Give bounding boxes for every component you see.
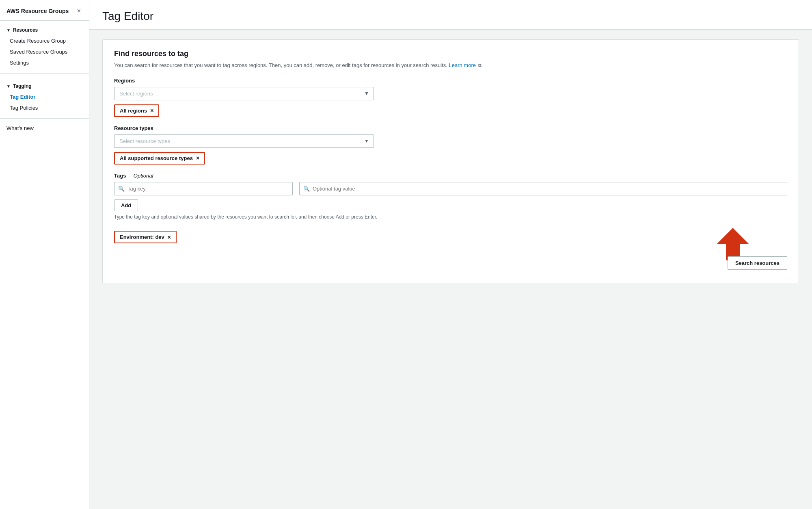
- environment-dev-chip-close[interactable]: ×: [168, 234, 171, 240]
- tagging-chevron: ▼: [6, 84, 11, 89]
- external-link-icon: ⧉: [478, 63, 482, 68]
- add-tag-button[interactable]: Add: [114, 199, 138, 211]
- page-title: Tag Editor: [102, 10, 799, 23]
- all-resource-types-chip-close[interactable]: ×: [196, 155, 199, 161]
- search-resources-button[interactable]: Search resources: [728, 256, 787, 270]
- sidebar-item-tag-policies[interactable]: Tag Policies: [0, 102, 89, 113]
- sidebar-item-settings[interactable]: Settings: [0, 57, 89, 68]
- main-content: Tag Editor Find resources to tag You can…: [89, 0, 812, 509]
- content-area: Find resources to tag You can search for…: [89, 30, 812, 293]
- find-resources-card: Find resources to tag You can search for…: [102, 39, 799, 283]
- sidebar-divider-1: [0, 73, 89, 74]
- page-header: Tag Editor: [89, 0, 812, 30]
- tag-value-input[interactable]: [299, 182, 787, 195]
- resource-types-select-wrapper: Select resource types ▼: [114, 134, 374, 148]
- learn-more-link[interactable]: Learn more: [449, 62, 476, 68]
- sidebar-close-button[interactable]: ×: [76, 6, 82, 15]
- all-regions-chip-close[interactable]: ×: [150, 108, 153, 113]
- sidebar-title: AWS Resource Groups: [6, 8, 69, 14]
- regions-label: Regions: [114, 78, 787, 84]
- all-resource-types-chip: All supported resource types ×: [114, 152, 205, 165]
- sidebar-item-whats-new[interactable]: What's new: [0, 122, 89, 134]
- regions-section: Regions Select regions ▼ All regions ×: [114, 78, 787, 117]
- tag-inputs-row: 🔍 🔍: [114, 182, 787, 195]
- add-help-text: Type the tag key and optional values sha…: [114, 214, 787, 221]
- all-regions-chip: All regions ×: [114, 104, 159, 117]
- sidebar-section-resources-title: ▼ Resources: [0, 26, 89, 35]
- sidebar-section-resources: ▼ Resources Create Resource Group Saved …: [0, 21, 89, 70]
- red-arrow-annotation: [717, 228, 749, 260]
- tags-label: Tags – Optional: [114, 173, 787, 179]
- sidebar-section-tagging-title: ▼ Tagging: [0, 82, 89, 91]
- sidebar: AWS Resource Groups × ▼ Resources Create…: [0, 0, 89, 509]
- environment-dev-chip: Environment: dev ×: [114, 231, 177, 243]
- svg-marker-0: [717, 228, 749, 260]
- resource-types-section: Resource types Select resource types ▼ A…: [114, 125, 787, 165]
- resource-types-select[interactable]: Select resource types: [114, 134, 374, 148]
- sidebar-divider-2: [0, 118, 89, 119]
- find-resources-description: You can search for resources that you wa…: [114, 61, 787, 69]
- search-btn-area: Search resources: [114, 256, 787, 270]
- sidebar-item-tag-editor[interactable]: Tag Editor: [0, 91, 89, 102]
- tag-key-wrapper: 🔍: [114, 182, 293, 195]
- tags-section: Tags – Optional 🔍 🔍 Add Type the tag key…: [114, 173, 787, 244]
- find-resources-title: Find resources to tag: [114, 50, 787, 58]
- resource-types-label: Resource types: [114, 125, 787, 131]
- regions-select-wrapper: Select regions ▼: [114, 87, 374, 100]
- tag-value-wrapper: 🔍: [299, 182, 787, 195]
- sidebar-item-create-resource-group[interactable]: Create Resource Group: [0, 35, 89, 46]
- sidebar-item-saved-resource-groups[interactable]: Saved Resource Groups: [0, 46, 89, 57]
- sidebar-header: AWS Resource Groups ×: [0, 0, 89, 21]
- tag-key-input[interactable]: [114, 182, 293, 195]
- sidebar-section-tagging: ▼ Tagging Tag Editor Tag Policies: [0, 77, 89, 115]
- resources-chevron: ▼: [6, 28, 11, 32]
- regions-select[interactable]: Select regions: [114, 87, 374, 100]
